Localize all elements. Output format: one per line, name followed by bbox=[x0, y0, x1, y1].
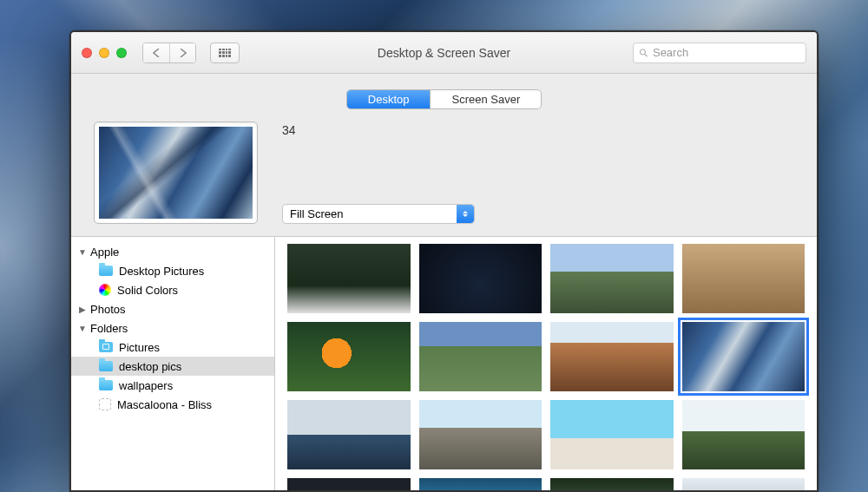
chevron-left-icon bbox=[153, 49, 161, 57]
wallpaper-thumbnail[interactable] bbox=[550, 322, 674, 391]
sidebar-item-solid-colors[interactable]: Solid Colors bbox=[71, 280, 274, 299]
chevron-right-icon bbox=[179, 49, 187, 57]
wallpaper-thumbnail[interactable] bbox=[419, 400, 542, 469]
sidebar-label: Folders bbox=[90, 322, 128, 335]
window-title: Desktop & Screen Saver bbox=[378, 46, 510, 60]
search-icon bbox=[639, 48, 648, 58]
preferences-window: Desktop & Screen Saver Desktop Screen Sa… bbox=[69, 30, 819, 492]
sidebar-item-pictures[interactable]: Pictures bbox=[71, 338, 274, 357]
disclosure-down-icon: ▼ bbox=[78, 247, 87, 257]
back-button[interactable] bbox=[143, 43, 169, 62]
wallpaper-name: 34 bbox=[282, 123, 794, 137]
minimize-button[interactable] bbox=[99, 48, 109, 58]
wallpaper-thumbnail-selected[interactable] bbox=[682, 322, 806, 391]
wallpaper-thumbnail[interactable] bbox=[550, 244, 674, 313]
disclosure-down-icon: ▼ bbox=[78, 324, 87, 333]
nav-buttons bbox=[142, 43, 196, 63]
folder-icon bbox=[99, 266, 113, 276]
tab-screen-saver[interactable]: Screen Saver bbox=[430, 90, 541, 108]
select-stepper-icon bbox=[457, 205, 474, 223]
search-input[interactable] bbox=[653, 46, 800, 59]
sidebar-item-desktop-pics[interactable]: desktop pics bbox=[71, 357, 274, 376]
tab-desktop[interactable]: Desktop bbox=[347, 90, 431, 108]
close-button[interactable] bbox=[82, 48, 92, 58]
tab-row: Desktop Screen Saver bbox=[71, 74, 817, 121]
sidebar-label: Photos bbox=[90, 303, 125, 316]
wallpaper-thumbnail[interactable] bbox=[550, 400, 674, 469]
maximize-button[interactable] bbox=[116, 48, 127, 58]
wallpaper-thumbnail[interactable] bbox=[682, 478, 806, 490]
sidebar-group-photos[interactable]: ▶ Photos bbox=[71, 299, 274, 318]
svg-line-1 bbox=[645, 54, 648, 56]
wallpaper-preview-image bbox=[99, 127, 253, 219]
sidebar-item-mascaloona-bliss[interactable]: Mascaloona - Bliss bbox=[71, 395, 274, 414]
folder-icon bbox=[99, 380, 113, 390]
wallpaper-thumbnail[interactable] bbox=[287, 322, 411, 391]
disclosure-right-icon: ▶ bbox=[78, 305, 87, 314]
wallpaper-thumbnail[interactable] bbox=[287, 244, 411, 313]
wallpaper-thumbnail[interactable] bbox=[682, 400, 806, 469]
wallpaper-thumbnail[interactable] bbox=[682, 244, 806, 313]
fit-mode-select[interactable]: Fill Screen bbox=[282, 204, 475, 224]
window-controls bbox=[82, 48, 127, 58]
svg-point-0 bbox=[640, 49, 645, 54]
sidebar-label: Desktop Pictures bbox=[119, 265, 204, 278]
lower-section: ▼ Apple Desktop Pictures Solid Colors ▶ … bbox=[71, 236, 817, 490]
sidebar-item-desktop-pictures[interactable]: Desktop Pictures bbox=[71, 261, 274, 280]
tab-segmented-control: Desktop Screen Saver bbox=[346, 89, 542, 109]
search-field[interactable] bbox=[633, 43, 806, 63]
sidebar-label: Solid Colors bbox=[117, 284, 178, 297]
sidebar-item-wallpapers[interactable]: wallpapers bbox=[71, 376, 274, 395]
wallpaper-thumbnail[interactable] bbox=[287, 478, 411, 490]
pictures-folder-icon bbox=[99, 342, 113, 352]
source-sidebar: ▼ Apple Desktop Pictures Solid Colors ▶ … bbox=[71, 237, 275, 490]
preview-section: 34 Fill Screen bbox=[71, 121, 817, 236]
wallpaper-preview bbox=[94, 121, 258, 224]
show-all-button[interactable] bbox=[210, 43, 240, 63]
titlebar: Desktop & Screen Saver bbox=[71, 32, 817, 74]
wallpaper-thumbnail[interactable] bbox=[419, 478, 542, 490]
sidebar-label: Apple bbox=[90, 246, 119, 259]
content-area: Desktop Screen Saver 34 Fill Screen ▼ Ap… bbox=[71, 74, 817, 490]
color-wheel-icon bbox=[99, 284, 111, 296]
wallpaper-thumbnail[interactable] bbox=[550, 478, 674, 490]
sidebar-label: wallpapers bbox=[119, 379, 173, 392]
sidebar-label: Pictures bbox=[119, 341, 160, 354]
sidebar-group-folders[interactable]: ▼ Folders bbox=[71, 318, 274, 338]
sidebar-label: desktop pics bbox=[119, 360, 181, 373]
forward-button[interactable] bbox=[169, 43, 195, 62]
sidebar-label: Mascaloona - Bliss bbox=[117, 398, 212, 411]
grid-icon bbox=[219, 49, 231, 57]
fit-mode-value: Fill Screen bbox=[290, 207, 343, 220]
wallpaper-thumbnail[interactable] bbox=[419, 322, 542, 391]
wallpaper-thumbnail[interactable] bbox=[287, 400, 411, 469]
sidebar-group-apple[interactable]: ▼ Apple bbox=[71, 242, 274, 261]
folder-icon bbox=[99, 361, 113, 371]
empty-folder-icon bbox=[99, 398, 111, 410]
wallpaper-thumbnail[interactable] bbox=[419, 244, 542, 313]
thumbnail-grid bbox=[275, 237, 817, 490]
